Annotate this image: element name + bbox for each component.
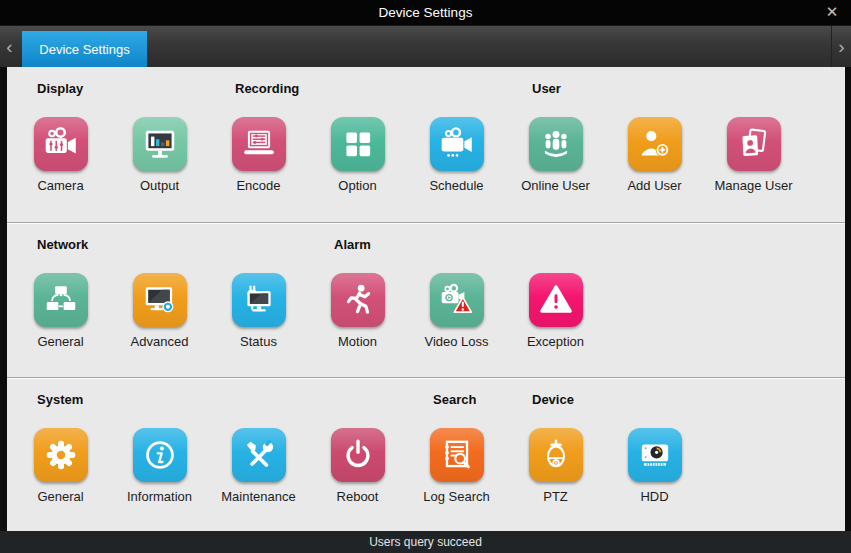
app-item-add-user[interactable]: Add User [605, 117, 704, 193]
app-item-label: Online User [506, 179, 605, 193]
app-item-output[interactable]: Output [110, 117, 209, 193]
window-title: Device Settings [0, 0, 851, 25]
app-item-label: Schedule [407, 179, 506, 193]
hard-drive-icon [628, 428, 682, 482]
app-item-label: Motion [308, 335, 407, 349]
app-item-information[interactable]: Information [110, 428, 209, 504]
monitor-plug-icon [232, 273, 286, 327]
video-loss-icon [430, 273, 484, 327]
app-item-label: HDD [605, 490, 704, 504]
section-title: Network [37, 237, 88, 252]
grid-icon [331, 117, 385, 171]
app-item-label: Manage User [704, 179, 803, 193]
gear-icon [34, 428, 88, 482]
section-title: User [532, 81, 561, 96]
app-item-label: Add User [605, 179, 704, 193]
scroll-tabs-right-icon[interactable]: › [831, 26, 851, 68]
app-item-label: Maintenance [209, 490, 308, 504]
status-message: Users query succeed [369, 535, 482, 549]
app-item-advanced[interactable]: Advanced [110, 273, 209, 349]
video-camera-icon [430, 117, 484, 171]
warning-triangle-icon [529, 273, 583, 327]
app-item-label: Video Loss [407, 335, 506, 349]
monitor-gear-icon [133, 273, 187, 327]
network-icon [34, 273, 88, 327]
app-item-general[interactable]: SystemGeneral [11, 428, 110, 504]
film-camera-icon [34, 117, 88, 171]
tools-icon [232, 428, 286, 482]
settings-panel: DisplayCameraOutputRecordingEncodeOption… [7, 67, 845, 531]
app-item-encode[interactable]: RecordingEncode [209, 117, 308, 193]
user-cards-icon [727, 117, 781, 171]
log-search-icon [430, 428, 484, 482]
app-item-label: Option [308, 179, 407, 193]
section-display-recording-user: DisplayCameraOutputRecordingEncodeOption… [7, 67, 845, 222]
app-item-label: Status [209, 335, 308, 349]
add-user-icon [628, 117, 682, 171]
app-item-label: Encode [209, 179, 308, 193]
section-title: Search [433, 392, 476, 407]
tab-device-settings[interactable]: Device Settings [22, 31, 147, 68]
app-item-label: General [11, 490, 110, 504]
app-item-hdd[interactable]: HDD [605, 428, 704, 504]
app-item-label: Reboot [308, 490, 407, 504]
app-item-label: Exception [506, 335, 605, 349]
app-item-video-loss[interactable]: Video Loss [407, 273, 506, 349]
app-item-label: Advanced [110, 335, 209, 349]
app-item-camera[interactable]: DisplayCamera [11, 117, 110, 193]
app-item-motion[interactable]: AlarmMotion [308, 273, 407, 349]
tab-bar: ‹ Device Settings › [0, 25, 851, 67]
close-icon[interactable]: ✕ [821, 0, 843, 25]
app-item-label: Camera [11, 179, 110, 193]
user-group-icon [529, 117, 583, 171]
app-item-option[interactable]: Option [308, 117, 407, 193]
app-item-label: Output [110, 179, 209, 193]
app-item-general[interactable]: NetworkGeneral [11, 273, 110, 349]
app-item-reboot[interactable]: Reboot [308, 428, 407, 504]
app-item-schedule[interactable]: Schedule [407, 117, 506, 193]
titlebar: Device Settings ✕ [0, 0, 851, 25]
app-item-label: General [11, 335, 110, 349]
app-item-ptz[interactable]: DevicePTZ [506, 428, 605, 504]
section-title: Device [532, 392, 574, 407]
dome-camera-icon [529, 428, 583, 482]
section-title: Display [37, 81, 83, 96]
laptop-settings-icon [232, 117, 286, 171]
scroll-tabs-left-icon[interactable]: ‹ [0, 26, 19, 68]
app-item-status[interactable]: Status [209, 273, 308, 349]
app-item-label: Log Search [407, 490, 506, 504]
app-item-manage-user[interactable]: Manage User [704, 117, 803, 193]
app-item-exception[interactable]: Exception [506, 273, 605, 349]
running-person-icon [331, 273, 385, 327]
section-title: Alarm [334, 237, 371, 252]
power-icon [331, 428, 385, 482]
app-item-log-search[interactable]: SearchLog Search [407, 428, 506, 504]
app-item-label: PTZ [506, 490, 605, 504]
status-bar: Users query succeed [0, 531, 851, 553]
app-item-maintenance[interactable]: Maintenance [209, 428, 308, 504]
app-item-online-user[interactable]: UserOnline User [506, 117, 605, 193]
app-item-label: Information [110, 490, 209, 504]
monitor-chart-icon [133, 117, 187, 171]
section-network-alarm: NetworkGeneralAdvancedStatusAlarmMotionV… [7, 222, 845, 377]
section-title: System [37, 392, 83, 407]
section-title: Recording [235, 81, 299, 96]
section-system-search-device: SystemGeneralInformationMaintenanceReboo… [7, 377, 845, 531]
info-icon [133, 428, 187, 482]
